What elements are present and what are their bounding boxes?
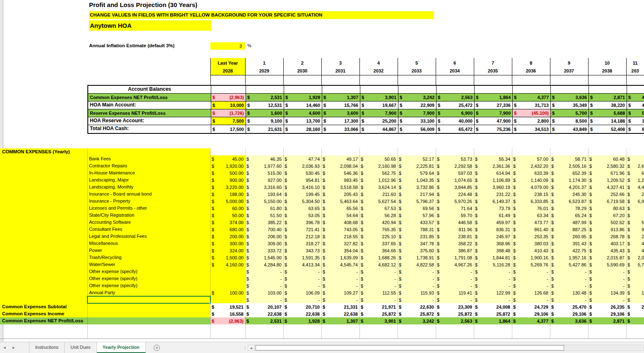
row-label[interactable]	[87, 296, 210, 303]
cell[interactable]: $4,284.80	[245, 261, 283, 268]
cell[interactable]: $22,638	[245, 310, 283, 317]
cell[interactable]: $6,523.87	[550, 198, 588, 205]
cell[interactable]: $-	[359, 275, 398, 282]
cell[interactable]: $3,960.19	[474, 184, 512, 191]
cell[interactable]: $-	[283, 282, 321, 289]
cell[interactable]: $1,928	[283, 317, 321, 324]
cell[interactable]: $1,957.16	[550, 254, 588, 261]
cell[interactable]: $433.57	[398, 219, 436, 226]
cell[interactable]: $811.96	[436, 226, 474, 233]
cell[interactable]: $245.97	[474, 233, 512, 240]
cell[interactable]: $343.73	[283, 247, 321, 254]
cell[interactable]: $	[626, 155, 644, 162]
cell[interactable]: $7,900	[475, 109, 513, 117]
row-label[interactable]: Common Expenses Income	[0, 310, 210, 317]
cell[interactable]: $3,220.00	[210, 184, 245, 191]
cell[interactable]: $-	[550, 282, 588, 289]
cell[interactable]: $50.00	[210, 212, 245, 219]
cell[interactable]: $65.56	[321, 205, 359, 212]
cell[interactable]: $1,209.52	[588, 176, 626, 184]
cell[interactable]: $7,500	[211, 117, 246, 125]
cell[interactable]: $-	[550, 275, 588, 282]
cell[interactable]: $252.66	[588, 191, 626, 198]
cell[interactable]: $2,0	[626, 254, 644, 261]
cell[interactable]: $-	[321, 268, 359, 275]
cell[interactable]: $1,591.35	[283, 254, 321, 261]
cell[interactable]: $6,149.37	[474, 198, 512, 205]
cell[interactable]: $-	[398, 282, 436, 289]
cell[interactable]: $225.10	[359, 233, 398, 240]
cell[interactable]: $375.60	[398, 247, 436, 254]
cell[interactable]: $49.17	[321, 155, 359, 162]
cell[interactable]: $5,304.50	[283, 198, 321, 205]
cell[interactable]: $-	[245, 296, 283, 303]
cell[interactable]: $1,920.00	[210, 162, 245, 169]
cell[interactable]: $75,236	[475, 125, 513, 133]
cell[interactable]: $-	[436, 268, 474, 275]
cell[interactable]: $-	[474, 268, 512, 275]
cell[interactable]: $380.03	[512, 240, 550, 247]
scroll-left-icon[interactable]: ◄	[248, 345, 255, 351]
cell[interactable]: $-	[398, 268, 436, 275]
cell[interactable]: $5,590.69	[588, 261, 626, 268]
cell[interactable]: $6,900	[437, 109, 475, 117]
cell[interactable]: $22,630	[398, 303, 436, 310]
cell[interactable]: $122.99	[474, 289, 512, 296]
cell[interactable]: $29,106	[550, 310, 588, 317]
column-header-year[interactable]: 22030	[283, 58, 321, 75]
cell[interactable]: $3,316.60	[245, 184, 283, 191]
cell[interactable]: $61.49	[474, 212, 512, 219]
cell[interactable]: $-	[398, 275, 436, 282]
cell[interactable]: $	[626, 268, 644, 275]
cell[interactable]: $4,377	[512, 317, 550, 324]
cell[interactable]: $1,043.35	[398, 176, 436, 184]
cell[interactable]	[210, 282, 245, 289]
cell[interactable]: $3,518.58	[321, 184, 359, 191]
cell[interactable]: $-	[512, 268, 550, 275]
row-label[interactable]: Landscaping, Major	[87, 176, 210, 184]
cell[interactable]: $2,871	[588, 317, 626, 324]
cell[interactable]: $2,036.93	[283, 162, 321, 169]
cell[interactable]: $4	[627, 94, 644, 101]
cell[interactable]: $4,682.12	[359, 261, 398, 268]
row-label[interactable]: Power	[87, 247, 210, 254]
cell[interactable]: $3,844.85	[436, 184, 474, 191]
cell[interactable]: $300.00	[210, 240, 245, 247]
row-label[interactable]: Insurance - Property	[87, 198, 210, 205]
cell[interactable]: $-	[512, 296, 550, 303]
cell[interactable]: $5,627.54	[359, 198, 398, 205]
cell[interactable]: $765.35	[359, 226, 398, 233]
column-header-year[interactable]: 52033	[398, 58, 436, 75]
row-label[interactable]: Common Expenses NET Profit/Loss	[0, 317, 210, 324]
cell[interactable]: $4,545.74	[321, 261, 359, 268]
cell[interactable]: $25,872	[359, 310, 398, 317]
cell[interactable]	[210, 268, 245, 275]
cell[interactable]: $9,100	[246, 117, 284, 125]
cell[interactable]: $2,563	[437, 94, 475, 101]
cell[interactable]: $1,738.91	[398, 254, 436, 261]
cell[interactable]: $2,432.20	[512, 162, 550, 169]
cell[interactable]	[589, 86, 627, 93]
column-header-last-year[interactable]: Last Year2028	[210, 58, 245, 75]
cell[interactable]: $-	[436, 275, 474, 282]
column-header-year[interactable]: 32031	[321, 58, 359, 75]
column-header-year[interactable]: 102038	[588, 58, 626, 75]
cell[interactable]: $73.79	[474, 205, 512, 212]
cell[interactable]: $3,624.14	[359, 184, 398, 191]
cell[interactable]: $1,2	[626, 176, 644, 184]
cell[interactable]: $2,505.16	[550, 162, 588, 169]
cell[interactable]: $27,336	[475, 102, 513, 109]
row-label[interactable]: Total HOA Cash:	[88, 125, 211, 133]
row-label[interactable]: Other expense (specify)	[87, 268, 210, 275]
cell[interactable]: $22,909	[398, 102, 437, 109]
cell[interactable]: $4	[626, 247, 644, 254]
cell[interactable]: $7,900	[398, 109, 437, 117]
cell[interactable]: $3,636	[550, 317, 588, 324]
cell[interactable]: $6,333.85	[512, 198, 550, 205]
cell[interactable]: $385.22	[245, 219, 283, 226]
cell[interactable]: $364.66	[359, 247, 398, 254]
cell[interactable]: $-	[474, 282, 512, 289]
cell[interactable]: $20,710	[283, 303, 321, 310]
cell[interactable]: $71.64	[436, 205, 474, 212]
cell[interactable]: $	[626, 205, 644, 212]
